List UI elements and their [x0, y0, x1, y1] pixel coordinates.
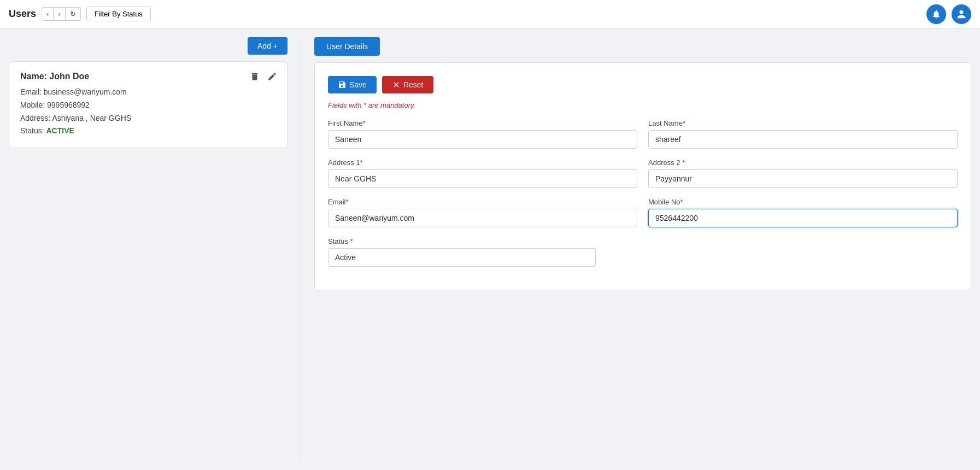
- add-button[interactable]: Add +: [248, 37, 287, 55]
- status-input[interactable]: [328, 248, 596, 267]
- status-row: Status: ACTIVE: [20, 125, 276, 138]
- user-details-tab[interactable]: User Details: [314, 37, 380, 56]
- header-icons: [926, 4, 971, 24]
- last-name-required: *: [683, 119, 685, 127]
- mobile-required: *: [680, 198, 683, 206]
- reset-button[interactable]: Reset: [382, 76, 433, 93]
- last-name-input[interactable]: [648, 130, 958, 149]
- user-card-name: Name: John Doe: [20, 72, 276, 81]
- last-name-group: Last Name*: [648, 119, 958, 149]
- status-badge: ACTIVE: [46, 126, 74, 135]
- mobile-label: Mobile:: [20, 101, 45, 109]
- profile-icon[interactable]: [952, 4, 971, 24]
- delete-button[interactable]: [249, 70, 261, 85]
- header: Users ‹ › ↻ Filter By Status: [0, 0, 980, 28]
- address2-group: Address 2 *: [648, 158, 958, 188]
- left-panel: Add + Name: John Doe Email: business@war…: [9, 37, 287, 461]
- form-panel: Save Reset Fields with * are mandatory. …: [314, 62, 971, 290]
- nav-group: ‹ › ↻: [42, 7, 81, 21]
- refresh-button[interactable]: ↻: [66, 8, 80, 20]
- main-content: Add + Name: John Doe Email: business@war…: [0, 28, 980, 470]
- next-button[interactable]: ›: [54, 8, 65, 20]
- mobile-row: Mobile: 9995968992: [20, 99, 276, 112]
- address1-group: Address 1*: [328, 158, 637, 188]
- vertical-divider: [301, 37, 301, 461]
- save-label: Save: [349, 80, 367, 89]
- name-row: First Name* Last Name*: [328, 119, 958, 149]
- email-label: Email:: [20, 87, 42, 96]
- tab-bar: User Details: [314, 37, 971, 56]
- status-group: Status *: [328, 237, 596, 267]
- address-value: Ashiyana , Near GGHS: [52, 114, 131, 122]
- email-group: Email*: [328, 198, 637, 227]
- right-panel: User Details Save Reset Fields with * ar…: [314, 37, 971, 461]
- email-row: Email: business@wariyum.com: [20, 86, 276, 99]
- address-label: Address:: [20, 114, 50, 122]
- email-required: *: [346, 198, 349, 206]
- address1-label: Address 1*: [328, 158, 637, 167]
- first-name-label: First Name*: [328, 119, 637, 127]
- address-row: Address 1* Address 2 *: [328, 158, 958, 188]
- user-card-info: Email: business@wariyum.com Mobile: 9995…: [20, 86, 276, 138]
- prev-button[interactable]: ‹: [42, 8, 54, 20]
- notification-icon[interactable]: [926, 4, 946, 24]
- first-name-input[interactable]: [328, 130, 637, 149]
- card-actions: [249, 70, 278, 85]
- address2-input[interactable]: [648, 169, 958, 188]
- edit-button[interactable]: [266, 70, 278, 85]
- status-required: *: [348, 237, 353, 245]
- name-value: John Doe: [49, 72, 89, 81]
- add-btn-row: Add +: [9, 37, 287, 55]
- mobile-label: Mobile No*: [648, 198, 958, 206]
- save-button[interactable]: Save: [328, 76, 377, 93]
- address1-required: *: [360, 158, 363, 167]
- filter-by-status-button[interactable]: Filter By Status: [86, 7, 151, 21]
- page-title: Users: [9, 8, 36, 20]
- reset-label: Reset: [403, 80, 424, 89]
- mobile-input[interactable]: [648, 209, 958, 227]
- form-actions: Save Reset: [328, 76, 958, 93]
- mobile-value: 9995968992: [47, 101, 90, 109]
- address-row: Address: Ashiyana , Near GGHS: [20, 112, 276, 125]
- address2-label: Address 2 *: [648, 158, 958, 167]
- email-label: Email*: [328, 198, 637, 206]
- contact-row: Email* Mobile No*: [328, 198, 958, 227]
- status-label: Status *: [328, 237, 596, 245]
- last-name-label: Last Name*: [648, 119, 958, 127]
- first-name-group: First Name*: [328, 119, 637, 149]
- status-row: Status *: [328, 237, 958, 267]
- user-card: Name: John Doe Email: business@wariyum.c…: [9, 61, 287, 148]
- address2-required: *: [680, 158, 685, 167]
- mandatory-note: Fields with * are mandatory.: [328, 101, 958, 109]
- status-label: Status:: [20, 126, 44, 135]
- header-left: Users ‹ › ↻ Filter By Status: [9, 7, 151, 21]
- address1-input[interactable]: [328, 169, 637, 188]
- email-value: business@wariyum.com: [44, 87, 127, 96]
- mobile-group: Mobile No*: [648, 198, 958, 227]
- name-label: Name:: [20, 72, 47, 81]
- first-name-required: *: [363, 119, 366, 127]
- email-input[interactable]: [328, 209, 637, 227]
